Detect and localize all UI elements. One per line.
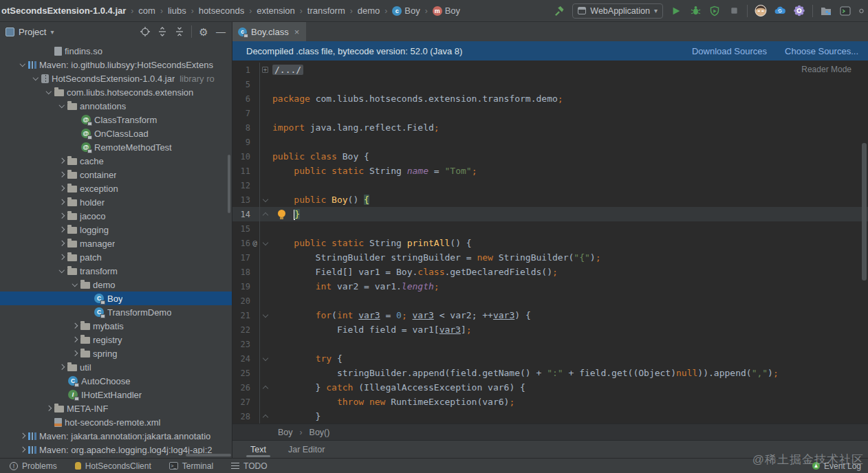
tree-item-ihotexthandler[interactable]: IIHotExtHandler	[0, 388, 232, 402]
build-hammer-icon[interactable]	[553, 5, 565, 17]
collapse-all-icon[interactable]	[174, 26, 185, 37]
project-structure-icon[interactable]	[820, 5, 832, 17]
tree-horizontal-scrollbar[interactable]	[186, 454, 231, 456]
tree-item-classtransform[interactable]: @ClassTransform	[0, 113, 232, 126]
tree-chevron-icon[interactable]	[56, 270, 67, 272]
tree-item-jacoco[interactable]: jacoco	[0, 209, 232, 223]
fold-arrow-icon[interactable]	[262, 385, 268, 390]
code-line-28[interactable]: 28 }	[232, 409, 868, 424]
code-line-21[interactable]: 21 for(int var3 = 0; var3 < var2; ++var3…	[232, 308, 868, 322]
breadcrumb-item-demo[interactable]: demo	[358, 6, 380, 16]
code-line-6[interactable]: 6package com.liubs.hotseconds.extension.…	[232, 91, 868, 106]
code-line-23[interactable]: 23	[232, 337, 868, 351]
fold-arrow-icon[interactable]	[262, 196, 268, 201]
tree-item-exception[interactable]: exception	[0, 182, 232, 195]
tree-vertical-scrollbar[interactable]	[228, 155, 230, 213]
project-view-selector[interactable]: Project ▾	[6, 27, 54, 37]
code-line-13[interactable]: 13 public Boy() {	[232, 192, 868, 207]
tree-chevron-icon[interactable]	[56, 228, 67, 232]
tree-chevron-icon[interactable]	[69, 351, 80, 355]
code-line-9[interactable]: 9	[232, 135, 868, 149]
locate-target-icon[interactable]	[140, 26, 151, 37]
code-line-27[interactable]: 27 throw new RuntimeException(var6);	[232, 395, 868, 409]
fold-marker-icon[interactable]	[259, 207, 270, 221]
fold-marker-icon[interactable]	[259, 380, 270, 395]
breadcrumb-item-otsecondsextension-1-0-4-jar[interactable]: otSecondsExtension-1.0.4.jar	[1, 6, 126, 16]
tree-chevron-icon[interactable]	[56, 255, 67, 259]
tree-item-transformdemo[interactable]: CTransformDemo	[0, 305, 232, 319]
tree-item-remotemethodtest[interactable]: @RemoteMethodTest	[0, 140, 232, 154]
tree-chevron-icon[interactable]	[17, 63, 28, 66]
breadcrumb-item-boy[interactable]: cBoy	[392, 6, 420, 16]
tree-chevron-icon[interactable]	[17, 448, 28, 452]
fold-marker-icon[interactable]	[259, 351, 270, 366]
breadcrumb-item-com[interactable]: com	[138, 6, 155, 16]
fold-arrow-icon[interactable]	[262, 311, 268, 317]
reader-mode-label[interactable]: Reader Mode	[801, 65, 851, 74]
breadcrumb-item-boy[interactable]: mBoy	[433, 6, 460, 16]
expand-all-icon[interactable]	[157, 26, 168, 37]
debug-button[interactable]	[689, 5, 702, 17]
tree-item-hotsecondsextension-1-0-4-jar[interactable]: HotSecondsExtension-1.0.4.jarlibrary ro	[0, 72, 232, 85]
tree-item-demo[interactable]: demo	[0, 278, 232, 292]
tree-item-mybatis[interactable]: mybatis	[0, 319, 232, 333]
code-editor[interactable]: Reader Mode 1+/.../56package com.liubs.h…	[232, 60, 868, 424]
tree-chevron-icon[interactable]	[43, 91, 54, 94]
code-line-11[interactable]: 11 public static String name = "Tom";	[232, 164, 868, 178]
tree-item-patch[interactable]: patch	[0, 250, 232, 264]
tree-chevron-icon[interactable]	[56, 104, 67, 107]
code-line-18[interactable]: 18 Field[] var1 = Boy.class.getDeclaredF…	[232, 265, 868, 279]
run-config-selector[interactable]: WebApplication ▾	[572, 3, 663, 19]
user-avatar[interactable]	[755, 5, 767, 17]
tree-item-cache[interactable]: cache	[0, 154, 232, 168]
search-icon[interactable]	[858, 5, 864, 17]
event-log-button[interactable]: ▲ Event Log	[812, 461, 861, 471]
tree-chevron-icon[interactable]	[17, 434, 28, 438]
tree-item-manager[interactable]: manager	[0, 236, 232, 250]
tree-chevron-icon[interactable]	[56, 159, 67, 163]
tree-chevron-icon[interactable]	[69, 338, 80, 342]
fold-marker-icon[interactable]	[259, 192, 270, 207]
fold-arrow-icon[interactable]	[262, 414, 268, 419]
stop-button[interactable]	[728, 5, 740, 17]
tree-item-container[interactable]: container	[0, 168, 232, 182]
download-sources-link[interactable]: Download Sources	[692, 46, 767, 56]
breadcrumb-class[interactable]: Boy	[278, 428, 293, 437]
breadcrumb-method[interactable]: Boy()	[310, 428, 330, 437]
tree-chevron-icon[interactable]	[43, 406, 54, 410]
code-line-26[interactable]: 26 } catch (IllegalAccessException var6)…	[232, 380, 868, 395]
code-line-10[interactable]: 10public class Boy {	[232, 149, 868, 164]
code-line-15[interactable]: 15	[232, 221, 868, 236]
choose-sources-link[interactable]: Choose Sources...	[785, 46, 858, 56]
hide-panel-button[interactable]: —	[215, 26, 226, 37]
fold-marker-icon[interactable]	[259, 236, 270, 250]
code-line-7[interactable]: 7	[232, 106, 868, 120]
code-line-19[interactable]: 19 int var2 = var1.length;	[232, 279, 868, 294]
tree-item-onclassload[interactable]: @OnClassLoad	[0, 126, 232, 140]
tree-item-boy[interactable]: CBoy	[0, 292, 232, 305]
tree-chevron-icon[interactable]	[69, 283, 80, 286]
tree-item-hot-seconds-remote-xml[interactable]: hot-seconds-remote.xml	[0, 415, 232, 429]
fold-arrow-icon[interactable]	[262, 212, 268, 217]
tree-item-util[interactable]: util	[0, 360, 232, 374]
tree-item-maven-jakarta-annotation-jakarta-annotatio[interactable]: Maven: jakarta.annotation:jakarta.annota…	[0, 429, 232, 443]
run-with-coverage-button[interactable]	[708, 5, 721, 17]
statusbar-problems[interactable]: ! Problems	[10, 461, 57, 471]
fold-arrow-icon[interactable]	[262, 239, 268, 245]
tree-chevron-icon[interactable]	[30, 77, 41, 80]
tree-chevron-icon[interactable]	[56, 214, 67, 218]
tree-chevron-icon[interactable]	[56, 200, 67, 204]
settings-flower-icon[interactable]	[793, 5, 805, 17]
tree-item-transform[interactable]: transform	[0, 264, 232, 278]
tree-item-autochoose[interactable]: CAutoChoose	[0, 374, 232, 388]
tree-item-registry[interactable]: registry	[0, 333, 232, 346]
code-line-24[interactable]: 24 try {	[232, 351, 868, 366]
tree-chevron-icon[interactable]	[56, 173, 67, 177]
tab-text-view[interactable]: Text	[241, 441, 276, 458]
breadcrumb-item-transform[interactable]: transform	[307, 6, 345, 16]
intention-bulb-icon[interactable]	[278, 210, 285, 217]
statusbar-terminal[interactable]: >_ Terminal	[169, 461, 213, 471]
tree-item-logging[interactable]: logging	[0, 223, 232, 236]
fold-marker-icon[interactable]	[259, 409, 270, 424]
code-line-5[interactable]: 5	[232, 77, 868, 91]
